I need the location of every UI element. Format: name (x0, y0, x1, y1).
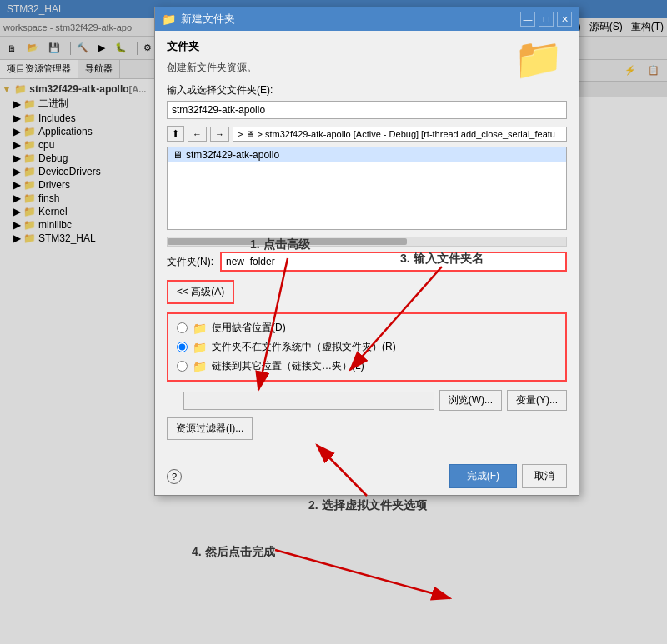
breadcrumb-bar: > 🖥 > stm32f429-atk-apollo [Active - Deb… (233, 127, 567, 142)
radio-icon-link: 📁 (193, 360, 207, 373)
footer-left: ? (167, 469, 182, 484)
dialog-nav-row: ⬆ ← → > 🖥 > stm32f429-atk-apollo [Active… (167, 126, 567, 142)
help-icon[interactable]: ? (167, 469, 182, 484)
radio-label-default: 使用缺省位置(D) (212, 321, 286, 335)
location-input-row: 浏览(W)... 变量(Y)... (167, 390, 567, 411)
dialog-section-title: 文件夹 (167, 39, 567, 54)
ide-window: STM32_HAL workspace - stm32f429-atk-apo … (0, 0, 667, 644)
filename-label: 文件夹(N): (167, 255, 213, 269)
dialog-description: 创建新文件夹资源。 (167, 61, 567, 75)
dialog-titlebar-controls: — □ ✕ (520, 12, 572, 27)
dialog-folder-decoration: 📁 (514, 36, 564, 82)
radio-group: 📁 使用缺省位置(D) 📁 文件夹不在文件系统中（虚拟文件夹）(R) 📁 链接到… (167, 312, 567, 382)
tv-icon: 🖥 (173, 149, 183, 161)
radio-link-folder[interactable] (177, 361, 188, 372)
radio-icon-virtual: 📁 (193, 341, 207, 354)
dialog-titlebar: 📁 新建文件夹 — □ ✕ (155, 7, 579, 31)
tree-view-item-selected[interactable]: 🖥 stm32f429-atk-apollo (168, 147, 566, 162)
cancel-button[interactable]: 取消 (522, 464, 567, 488)
dialog-close-btn[interactable]: ✕ (557, 12, 572, 27)
parent-folder-input[interactable] (167, 101, 567, 119)
scrollbar-horizontal[interactable] (167, 237, 567, 247)
filename-input[interactable] (220, 252, 567, 272)
radio-default-location[interactable] (177, 322, 188, 333)
filename-row: 文件夹(N): (167, 252, 567, 272)
radio-label-virtual: 文件夹不在文件系统中（虚拟文件夹）(R) (212, 340, 396, 354)
advanced-btn[interactable]: << 高级(A) (167, 280, 234, 304)
new-folder-dialog: 📁 新建文件夹 — □ ✕ 📁 文件夹 创建新文件夹资源。 输入或选择父文件夹(… (154, 7, 579, 496)
parent-folder-label: 输入或选择父文件夹(E): (167, 83, 567, 97)
radio-row-link[interactable]: 📁 链接到其它位置（链接文…夹）(L) (177, 359, 557, 373)
browse-btn[interactable]: 浏览(W)... (439, 390, 502, 411)
radio-row-virtual[interactable]: 📁 文件夹不在文件系统中（虚拟文件夹）(R) (177, 340, 557, 354)
breadcrumb-text: > 🖥 > stm32f429-atk-apollo [Active - Deb… (238, 129, 555, 139)
dialog-footer: ? 完成(F) 取消 (155, 457, 579, 495)
dialog-body: 📁 文件夹 创建新文件夹资源。 输入或选择父文件夹(E): ⬆ ← → > 🖥 … (155, 31, 579, 457)
radio-icon: 📁 (193, 322, 207, 335)
tv-label: stm32f429-atk-apollo (186, 149, 279, 161)
dialog-title: 新建文件夹 (181, 12, 235, 27)
annotation-2: 2. 选择虚拟文件夹选项 (308, 498, 427, 513)
location-input[interactable] (183, 392, 434, 410)
dialog-maximize-btn[interactable]: □ (539, 12, 554, 27)
nav-up-btn[interactable]: ⬆ (167, 126, 184, 142)
annotation-3: 3. 输入文件夹名 (400, 252, 484, 267)
dialog-overlay: 📁 新建文件夹 — □ ✕ 📁 文件夹 创建新文件夹资源。 输入或选择父文件夹(… (0, 0, 667, 644)
dialog-title-icon: 📁 (162, 12, 176, 26)
variable-btn[interactable]: 变量(Y)... (507, 390, 567, 411)
nav-forward-btn[interactable]: → (210, 127, 229, 142)
nav-back-btn[interactable]: ← (188, 127, 207, 142)
annotation-1: 1. 点击高级 (250, 237, 310, 252)
filter-btn[interactable]: 资源过滤器(I)... (167, 417, 253, 440)
radio-label-link: 链接到其它位置（链接文…夹）(L) (212, 359, 364, 373)
annotation-4: 4. 然后点击完成 (192, 545, 275, 560)
dialog-minimize-btn[interactable]: — (520, 12, 535, 27)
finish-button[interactable]: 完成(F) (449, 464, 517, 488)
radio-virtual-folder[interactable] (177, 342, 188, 352)
radio-row-default[interactable]: 📁 使用缺省位置(D) (177, 321, 557, 335)
footer-right: 完成(F) 取消 (449, 464, 567, 488)
tree-view-area[interactable]: 🖥 stm32f429-atk-apollo (167, 147, 567, 230)
